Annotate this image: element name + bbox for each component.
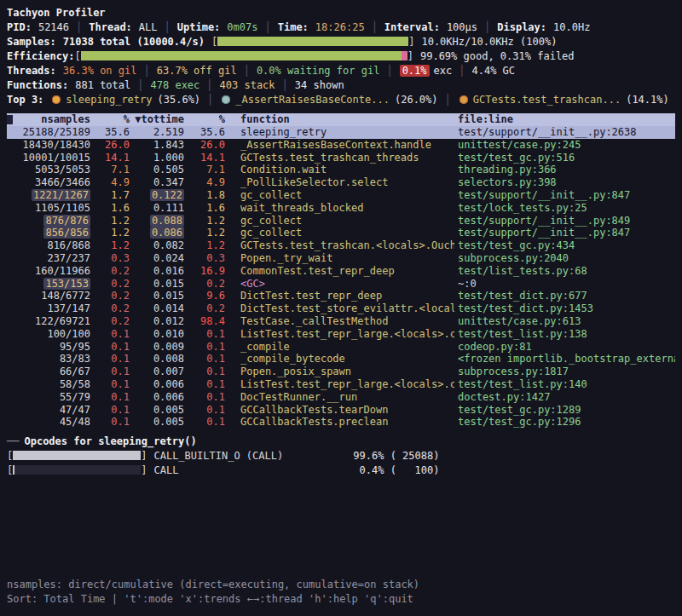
- cell-function: _AssertRaisesBaseContext.handle: [230, 139, 454, 152]
- samples-total: 71038 total (10000.4/s): [63, 36, 205, 48]
- threads-line: Threads: 36.3% on gil │ 63.7% off gil │ …: [7, 63, 675, 78]
- time-value: 18:26:25: [315, 21, 365, 33]
- cell-function: sleeping_retry: [230, 126, 454, 139]
- cell-cumulative-pct: 0.1: [189, 378, 230, 391]
- col-nsamples[interactable]: nsamples: [7, 113, 95, 126]
- cell-file-line: subprocess.py:1817: [454, 366, 675, 378]
- cell-cumulative-pct: 1.2: [189, 227, 230, 239]
- cell-tottime: 0.086: [135, 227, 189, 239]
- col-tottime-sort[interactable]: ▼tottime: [135, 113, 189, 126]
- table-row[interactable]: 153/1530.20.0150.2<GC>~:0: [7, 278, 675, 291]
- table-row[interactable]: 5053/50537.10.5057.1Condition.waitthread…: [7, 164, 675, 176]
- footer-help-line2: Sort: Total Time | 't':mode 'x':trends ←…: [7, 591, 675, 606]
- cell-direct-pct: 0.1: [95, 341, 135, 354]
- cell-file-line: test/test_gc.py:516: [454, 152, 675, 164]
- table-row[interactable]: 58/580.10.0060.1ListTest.test_repr_large…: [7, 378, 675, 391]
- table-row[interactable]: 816/8681.20.0821.2GCTests.test_trashcan.…: [7, 239, 675, 252]
- table-row[interactable]: 47/470.10.0050.1GCCallbackTests.tearDown…: [7, 404, 675, 417]
- cell-function: Popen._posix_spawn: [230, 366, 454, 378]
- cell-direct-pct: 35.6: [95, 126, 135, 139]
- table-row[interactable]: 18430/1843026.01.84326.0_AssertRaisesBas…: [7, 139, 675, 152]
- col-file-line[interactable]: file:line: [454, 113, 675, 126]
- table-row[interactable]: 83/830.10.0080.1_compile_bytecode<frozen…: [7, 353, 675, 366]
- table-row[interactable]: 137/1470.20.0140.2DictTest.test_store_ev…: [7, 302, 675, 315]
- table-row[interactable]: 25188/2518935.62.51935.6sleeping_retryte…: [7, 126, 675, 139]
- cell-nsamples: 83/83: [7, 353, 95, 366]
- bar-open-bracket: [74, 50, 80, 62]
- table-row[interactable]: 1221/12671.70.1221.8gc_collecttest/suppo…: [7, 189, 675, 202]
- table-row[interactable]: 66/670.10.0070.1Popen._posix_spawnsubpro…: [7, 366, 675, 378]
- cell-function: _compile_bytecode: [230, 353, 454, 366]
- cell-nsamples: 25188/25189: [7, 126, 95, 139]
- cell-direct-pct: 0.1: [95, 366, 135, 378]
- cell-file-line: <frozen importlib._bootstrap_externa: [454, 353, 675, 366]
- cell-file-line: test/support/__init__.py:847: [454, 189, 675, 202]
- samples-label: Samples:: [7, 36, 56, 48]
- separator: │: [76, 21, 82, 33]
- cell-tottime: 0.122: [135, 189, 189, 202]
- cell-cumulative-pct: 0.1: [189, 391, 230, 404]
- cell-nsamples: 18430/18430: [7, 139, 95, 152]
- cell-file-line: test/test_gc.py:1296: [454, 416, 675, 429]
- table-row[interactable]: 95/950.10.0090.1_compilecodeop.py:81: [7, 341, 675, 354]
- col-direct-pct[interactable]: %: [95, 113, 135, 126]
- cell-cumulative-pct: 0.1: [189, 353, 230, 366]
- cell-cumulative-pct: 0.1: [189, 341, 230, 354]
- cell-file-line: doctest.py:1427: [454, 391, 675, 404]
- cell-function: Condition.wait: [230, 164, 454, 176]
- opcodes-title: Opcodes for sleeping_retry(): [24, 435, 196, 447]
- cell-file-line: test/list_tests.py:68: [454, 265, 675, 278]
- top1-function: sleeping_retry: [66, 94, 152, 106]
- col-function[interactable]: function: [230, 113, 454, 126]
- separator: │: [386, 65, 392, 77]
- cell-tottime: 0.505: [135, 164, 189, 176]
- table-row[interactable]: 122/697210.20.01298.4TestCase._callTestM…: [7, 315, 675, 328]
- table-row[interactable]: 1105/11051.60.1111.6wait_threads_blocked…: [7, 202, 675, 215]
- cell-file-line: subprocess.py:2040: [454, 252, 675, 265]
- functions-total: 881 total: [75, 79, 130, 91]
- display-value: 10.0Hz: [553, 21, 590, 33]
- table-row[interactable]: 10001/1001514.11.00014.1GCTests.test_tra…: [7, 152, 675, 164]
- cell-file-line: test/lock_tests.py:25: [454, 202, 675, 215]
- cell-file-line: threading.py:366: [454, 164, 675, 176]
- cell-nsamples: 1105/1105: [7, 202, 95, 215]
- bar-close-bracket: [407, 50, 413, 62]
- cell-nsamples: 10001/10015: [7, 152, 95, 164]
- bar-open-bracket: [7, 464, 13, 476]
- efficiency-failed-fill: [402, 51, 407, 60]
- functions-stack: 403 stack: [220, 79, 275, 91]
- cell-tottime: 1.843: [135, 139, 189, 152]
- col-cumulative-pct[interactable]: %: [189, 113, 230, 126]
- cell-tottime: 0.005: [135, 416, 189, 429]
- table-row[interactable]: 876/8761.20.0881.2gc_collecttest/support…: [7, 215, 675, 227]
- table-row[interactable]: 100/1000.10.0100.1ListTest.test_repr_lar…: [7, 328, 675, 341]
- cell-cumulative-pct: 0.2: [189, 278, 230, 291]
- gold-medal-icon: [52, 95, 61, 104]
- table-row[interactable]: 55/790.10.0060.1DocTestRunner.__rundocte…: [7, 391, 675, 404]
- cell-direct-pct: 0.1: [95, 391, 135, 404]
- on-gil-value: 36.3% on gil: [63, 65, 137, 77]
- cell-function: ListTest.test_repr_large.<locals>.c...: [230, 378, 454, 391]
- table-row[interactable]: 45/480.10.0050.1GCCallbackTests.preclean…: [7, 416, 675, 429]
- cell-direct-pct: 1.2: [95, 227, 135, 239]
- silver-medal-icon: [222, 95, 230, 104]
- cell-function: gc_collect: [230, 189, 454, 202]
- cell-function: GCCallbackTests.tearDown: [230, 404, 454, 417]
- opcode-bar: [13, 451, 141, 460]
- table-row[interactable]: 237/2370.30.0240.3Popen._try_waitsubproc…: [7, 252, 675, 265]
- opcode-name: CALL: [153, 464, 345, 476]
- table-row[interactable]: 148/67720.20.0159.6DictTest.test_repr_de…: [7, 290, 675, 302]
- top1-pct: (35.6%): [158, 94, 201, 106]
- gc-value: 4.4% GC: [471, 65, 515, 77]
- uptime-value: 0m07s: [227, 21, 257, 33]
- bar-close-bracket: [141, 450, 147, 462]
- cell-cumulative-pct: 14.1: [189, 152, 230, 164]
- uptime-label: Uptime:: [177, 21, 221, 33]
- table-row[interactable]: 856/8561.20.0861.2gc_collecttest/support…: [7, 227, 675, 239]
- table-row[interactable]: 160/119660.20.01616.9CommonTest.test_rep…: [7, 265, 675, 278]
- table-row[interactable]: 3466/34664.90.3474.9_PollLikeSelector.se…: [7, 176, 675, 189]
- tachyon-profiler-window: Tachyon Profiler PID:52146 │ Thread:ALL …: [0, 0, 682, 616]
- display-label: Display:: [497, 21, 546, 33]
- interval-value: 100μs: [447, 21, 477, 33]
- separator: │: [206, 79, 212, 91]
